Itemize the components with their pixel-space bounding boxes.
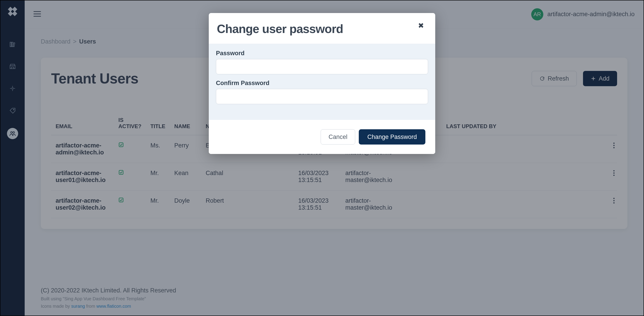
change-password-modal: Change user password ✖ Password Confirm … [209,13,435,154]
password-input[interactable] [216,59,428,74]
modal-overlay[interactable]: Change user password ✖ Password Confirm … [0,1,644,315]
close-icon: ✖ [418,22,424,30]
change-password-button[interactable]: Change Password [359,129,425,145]
modal-close-button[interactable]: ✖ [418,22,424,29]
cancel-button[interactable]: Cancel [321,129,355,145]
password-label: Password [216,50,428,57]
confirm-password-input[interactable] [216,89,428,104]
modal-title: Change user password [217,22,343,36]
confirm-password-label: Confirm Password [216,80,428,87]
